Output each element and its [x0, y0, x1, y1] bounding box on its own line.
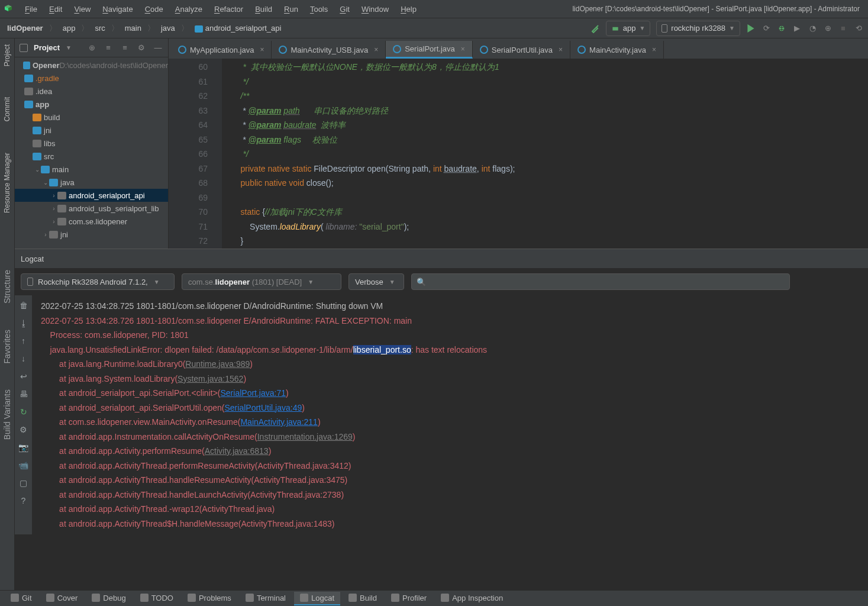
hide-icon[interactable]: — [153, 43, 163, 53]
collapse-all-icon[interactable]: ≡ [120, 43, 130, 53]
bottom-todo[interactable]: TODO [134, 592, 179, 605]
chevron-down-icon[interactable]: ▼ [66, 44, 72, 51]
tree-item-main[interactable]: ⌄main [15, 163, 168, 176]
bottom-build[interactable]: Build [343, 592, 383, 605]
logcat-search-input[interactable]: 🔍 [411, 273, 790, 290]
device-selector[interactable]: rockchip rk3288 ▼ [656, 21, 740, 36]
menu-navigate[interactable]: Navigate [96, 2, 138, 16]
run-button[interactable] [746, 24, 756, 33]
logcat-process-selector[interactable]: com.se.lidopener (1801) [DEAD] ▼ [182, 273, 341, 290]
bottom-git[interactable]: Git [5, 592, 38, 605]
select-opened-file-icon[interactable]: ⊕ [86, 43, 97, 53]
soft-wrap-icon[interactable]: ↩ [18, 371, 29, 382]
menu-code[interactable]: Code [139, 2, 169, 16]
print-icon[interactable]: 🖶 [18, 389, 29, 399]
project-view-icon[interactable] [20, 44, 28, 52]
tab-MainActivity.java[interactable]: MainActivity.java× [570, 41, 664, 59]
close-icon[interactable]: × [260, 46, 264, 54]
run-config-selector[interactable]: app ▼ [606, 21, 651, 36]
bottom-terminal[interactable]: Terminal [240, 592, 292, 605]
tree-item-app[interactable]: app [15, 98, 168, 111]
menu-help[interactable]: Help [395, 2, 422, 16]
project-tree[interactable]: Opener D:\codes\android-test\lidOpener.g… [15, 57, 168, 241]
sync-icon[interactable]: ⟲ [854, 24, 863, 33]
up-icon[interactable]: ↑ [18, 336, 29, 346]
record-icon[interactable]: 📹 [18, 460, 29, 470]
down-icon[interactable]: ↓ [18, 353, 29, 364]
rail-favorites[interactable]: Favorites [2, 326, 12, 368]
crumb-main[interactable]: main [122, 22, 144, 34]
rail-build-variants[interactable]: Build Variants [2, 386, 12, 443]
crumb-lidOpener[interactable]: lidOpener [5, 22, 46, 34]
menu-refactor[interactable]: Refactor [208, 2, 249, 16]
tree-item-jni[interactable]: ›jni [15, 228, 168, 241]
bottom-label: Logcat [311, 594, 334, 602]
bottom-logcat[interactable]: Logcat [294, 592, 340, 605]
coverage-icon[interactable]: ▶ [792, 24, 802, 33]
profiler-icon [391, 594, 399, 602]
debug-icon[interactable] [777, 24, 786, 33]
bottom-problems[interactable]: Problems [182, 592, 237, 605]
profiler-icon[interactable]: ◔ [808, 24, 817, 33]
menu-file[interactable]: File [19, 2, 43, 16]
tree-item-android_serialport_api[interactable]: ›android_serialport_api [15, 189, 168, 202]
bottom-cover[interactable]: Cover [40, 592, 84, 605]
logcat-output[interactable]: 2022-07-25 13:04:28.725 1801-1801/com.se… [33, 295, 868, 534]
close-icon[interactable]: × [461, 45, 465, 53]
crumb-android_serialport_api[interactable]: android_serialport_api [192, 22, 284, 34]
tab-SerialPort.java[interactable]: SerialPort.java× [386, 41, 473, 59]
tree-item-build[interactable]: build [15, 111, 168, 124]
menu-edit[interactable]: Edit [43, 2, 68, 16]
gear-icon[interactable]: ⚙ [136, 43, 147, 53]
logcat-level-selector[interactable]: Verbose ▼ [349, 273, 404, 290]
menu-git[interactable]: Git [334, 2, 356, 16]
tree-item-com.se.lidopener[interactable]: ›com.se.lidopener [15, 215, 168, 228]
tab-MyApplication.java[interactable]: MyApplication.java× [171, 41, 272, 59]
restart-icon[interactable]: ↻ [18, 407, 29, 417]
breadcrumb[interactable]: lidOpener〉app〉src〉main〉java〉android_seri… [5, 22, 283, 34]
expand-all-icon[interactable]: ≡ [103, 43, 114, 53]
tree-item-Opener[interactable]: Opener D:\codes\android-test\lidOpener [15, 59, 168, 72]
menu-window[interactable]: Window [356, 2, 395, 16]
close-icon[interactable]: × [559, 46, 563, 54]
tree-item-libs[interactable]: libs [15, 137, 168, 150]
tree-item-.gradle[interactable]: .gradle [15, 72, 168, 85]
crumb-src[interactable]: src [92, 22, 107, 34]
bottom-profiler[interactable]: Profiler [385, 592, 433, 605]
code-editor[interactable]: * 其中校验位一般默认位NONE，数据位一般默认为8，停止位默认为1 */ /*… [222, 59, 868, 249]
build-hammer-icon[interactable] [591, 24, 600, 33]
tree-item-jni[interactable]: jni [15, 124, 168, 137]
apply-changes-icon[interactable]: ⟳ [761, 24, 771, 33]
tree-item-java[interactable]: ⌄java [15, 176, 168, 189]
scroll-end-icon[interactable]: ⭳ [18, 318, 29, 328]
crumb-java[interactable]: java [159, 22, 178, 34]
tree-item-.idea[interactable]: .idea [15, 85, 168, 98]
tab-MainActivity_USB.java[interactable]: MainActivity_USB.java× [272, 41, 386, 59]
bottom-debug[interactable]: Debug [86, 592, 131, 605]
menu-run[interactable]: Run [278, 2, 304, 16]
logcat-tab-header[interactable]: Logcat [15, 249, 868, 268]
rail-project[interactable]: Project [3, 41, 11, 70]
logcat-device-selector[interactable]: Rockchip Rk3288 Android 7.1.2, ▼ [21, 273, 175, 290]
crumb-app[interactable]: app [60, 22, 78, 34]
menu-tools[interactable]: Tools [304, 2, 334, 16]
rail-resource-manager[interactable]: Resource Manager [3, 149, 11, 217]
attach-debugger-icon[interactable]: ⊕ [823, 24, 832, 33]
close-icon[interactable]: × [652, 46, 656, 54]
close-icon[interactable]: × [374, 46, 378, 54]
screenshot-icon[interactable]: 📷 [18, 442, 29, 453]
bottom-app-inspection[interactable]: App Inspection [435, 592, 509, 605]
rail-structure[interactable]: Structure [2, 266, 12, 307]
menu-build[interactable]: Build [249, 2, 278, 16]
menu-analyze[interactable]: Analyze [169, 2, 208, 16]
rail-commit[interactable]: Commit [3, 94, 11, 125]
trash-icon[interactable]: 🗑 [18, 300, 29, 311]
menu-view[interactable]: View [68, 2, 96, 16]
chevron-down-icon: ▼ [639, 25, 645, 31]
tab-SerialPortUtil.java[interactable]: SerialPortUtil.java× [473, 41, 570, 59]
settings-icon[interactable]: ⚙ [18, 424, 29, 435]
help-icon[interactable]: ? [18, 495, 29, 506]
stop-icon[interactable]: ■ [838, 24, 848, 33]
tree-item-android_usb_serialport_lib[interactable]: ›android_usb_serialport_lib [15, 202, 168, 215]
tree-item-src[interactable]: src [15, 150, 168, 163]
